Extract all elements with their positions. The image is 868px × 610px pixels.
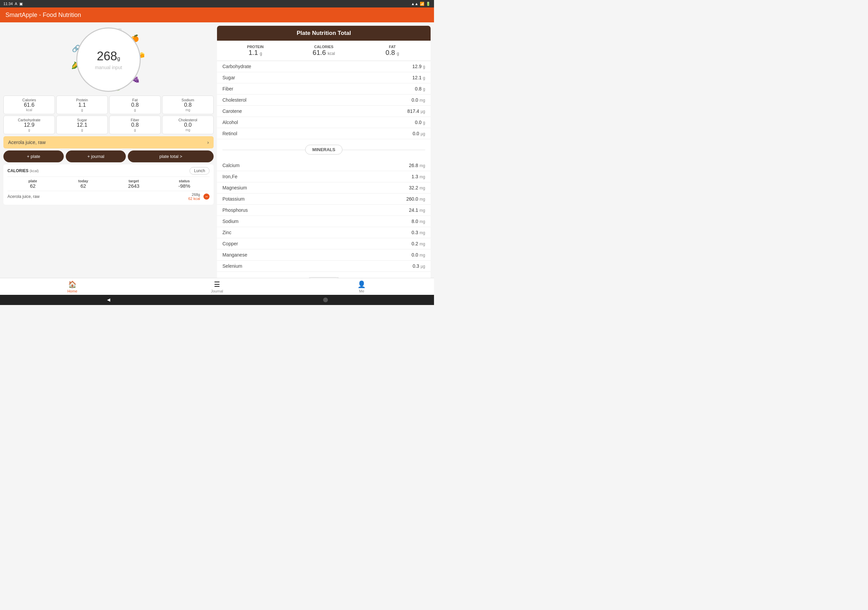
mineral-row-sodium: Sodium 8.0 mg (217, 216, 431, 227)
home-circle-button[interactable] (323, 297, 328, 302)
macro-fat: FAT 0.8 g (358, 45, 426, 57)
me-icon: 👤 (357, 280, 366, 288)
macro-calories: CALORIES 61.6 kcal (290, 45, 358, 57)
nutrient-row-retinol: Retinol 0.0 µg (217, 128, 431, 139)
sugar-value: 12.1 (59, 122, 105, 128)
home-icon: 🏠 (68, 280, 77, 288)
nutrition-card-sugar: Sugar 12.1 g (56, 116, 108, 134)
minerals-section-divider: MINERALS (217, 139, 431, 160)
macro-protein: PROTEIN 1.1 g (221, 45, 290, 57)
plate-total-button[interactable]: plate total > (128, 150, 214, 163)
food-wheel-input-type: manual input (95, 65, 122, 70)
nav-me[interactable]: 👤 Me (289, 280, 434, 293)
nutrient-row-alcohol: Alcohol 0.0 g (217, 117, 431, 128)
stat-plate: plate 62 (8, 179, 58, 189)
food-wheel-container: 🥩 🥛 🍊 🧀 🍇 🌿 🍓 🌽 🔗 268g manual input (3, 26, 214, 93)
right-panel[interactable]: Plate Nutrition Total PROTEIN 1.1 g CALO… (217, 22, 434, 278)
nav-journal[interactable]: ☰ Journal (145, 280, 290, 293)
food-item-row[interactable]: Acerola juice, raw › (3, 136, 214, 149)
nutrition-card-carbs: Carbohydrate 12.9 g (3, 116, 55, 134)
sugar-label: Sugar (59, 118, 105, 122)
protein-value: 1.1 (59, 102, 105, 108)
fat-label: Fat (112, 98, 158, 102)
sodium-value: 0.8 (165, 102, 211, 108)
nutrient-row-cholesterol: Cholesterol 0.0 mg (217, 94, 431, 106)
cholesterol-unit: mg (165, 128, 211, 132)
action-buttons: + plate + journal plate total > (3, 150, 214, 163)
mineral-row-potassium: Potassium 260.0 mg (217, 194, 431, 205)
nutrition-card-calories: Calories 61.6 kcal (3, 96, 55, 114)
food-log-kcal: 62 kcal (188, 197, 200, 201)
nutrition-card-protein: Protein 1.1 g (56, 96, 108, 114)
mineral-row-zinc: Zinc 0.3 mg (217, 227, 431, 238)
carbs-value: 12.9 (6, 122, 52, 128)
meal-type-badge: Lunch (189, 167, 209, 175)
sodium-label: Sodium (165, 98, 211, 102)
calories-section-title: CALORIES (kcal) (8, 169, 39, 173)
app-header: SmartApple - Food Nutrition (0, 8, 434, 22)
app-title: SmartApple - Food Nutrition (5, 11, 81, 19)
food-log-item: Acerola juice, raw 268g 62 kcal − (8, 191, 209, 202)
food-item-arrow-icon: › (207, 139, 209, 145)
vitamins-label: VITAMINS (306, 277, 341, 278)
nutrition-table-container: Plate Nutrition Total PROTEIN 1.1 g CALO… (217, 26, 431, 278)
add-journal-button[interactable]: + journal (66, 150, 126, 163)
vitamins-section-divider: VITAMINS (217, 272, 431, 278)
nutrition-card-cholesterol: Cholesterol 0.0 mg (162, 116, 214, 134)
battery-icon: 🔋 (426, 2, 431, 6)
calories-unit: kcal (6, 108, 52, 112)
add-plate-button[interactable]: + plate (3, 150, 64, 163)
mineral-row-iron: Iron,Fe 1.3 mg (217, 171, 431, 182)
food-log-name: Acerola juice, raw (8, 194, 40, 199)
mineral-row-phosphorus: Phosphorus 24.1 mg (217, 205, 431, 216)
mineral-row-copper: Copper 0.2 mg (217, 238, 431, 249)
me-label: Me (359, 289, 364, 293)
mineral-row-manganese: Manganese 0.0 mg (217, 249, 431, 261)
journal-label: Journal (211, 289, 223, 293)
sugar-unit: g (59, 128, 105, 132)
fiber-label: Fiber (112, 118, 158, 122)
journal-icon: ☰ (214, 280, 220, 288)
plate-nutrition-header: Plate Nutrition Total (217, 26, 431, 41)
stat-target: target 2643 (108, 179, 159, 189)
stat-status: status -98% (159, 179, 209, 189)
fiber-value: 0.8 (112, 122, 158, 128)
notification-icon: A (15, 2, 17, 6)
nutrition-card-fat: Fat 0.8 g (109, 96, 161, 114)
status-bar-left: 11:34 A ▣ (3, 2, 23, 6)
fat-value: 0.8 (112, 102, 158, 108)
carbs-label: Carbohydrate (6, 118, 52, 122)
wifi-icon: ▲▲ (411, 2, 418, 6)
nutrient-row-sugar: Sugar 12.1 g (217, 72, 431, 84)
calories-stats: plate 62 today 62 target 2643 status -98… (8, 179, 209, 191)
nutrient-row-carotene: Carotene 817.4 µg (217, 106, 431, 117)
nutrition-card-sodium: Sodium 0.8 mg (162, 96, 214, 114)
stat-today: today 62 (58, 179, 108, 189)
protein-unit: g (59, 108, 105, 112)
minerals-label: MINERALS (305, 145, 343, 155)
back-button[interactable]: ◄ (106, 297, 112, 303)
main-macros: PROTEIN 1.1 g CALORIES 61.6 kcal FAT 0.8… (217, 41, 431, 61)
mineral-row-calcium: Calcium 26.8 mg (217, 160, 431, 171)
system-nav: ◄ (0, 295, 434, 305)
nutrition-card-fiber: Fiber 0.8 g (109, 116, 161, 134)
fiber-unit: g (112, 128, 158, 132)
nutrient-row-carb: Carbohydrate 12.9 g (217, 61, 431, 72)
cholesterol-label: Cholesterol (165, 118, 211, 122)
fat-unit: g (112, 108, 158, 112)
status-bar-right: ▲▲ 📶 🔋 (411, 2, 431, 6)
nav-home[interactable]: 🏠 Home (0, 280, 145, 293)
carbs-unit: g (6, 128, 52, 132)
calories-value: 61.6 (6, 102, 52, 108)
food-item-name: Acerola juice, raw (8, 139, 46, 145)
remove-food-button[interactable]: − (203, 194, 209, 200)
bottom-nav: 🏠 Home ☰ Journal 👤 Me (0, 278, 434, 295)
calories-label: Calories (6, 98, 52, 102)
home-label: Home (67, 289, 77, 293)
food-log-amount: 268g 62 kcal (188, 192, 200, 201)
mineral-row-magnesium: Magnesium 32.2 mg (217, 182, 431, 194)
mineral-row-selenium: Selenium 0.3 µg (217, 261, 431, 272)
nutrition-grid: Calories 61.6 kcal Protein 1.1 g Fat 0.8… (3, 96, 214, 134)
calories-header: CALORIES (kcal) Lunch (8, 167, 209, 177)
food-wheel: 268g manual input (76, 28, 141, 92)
